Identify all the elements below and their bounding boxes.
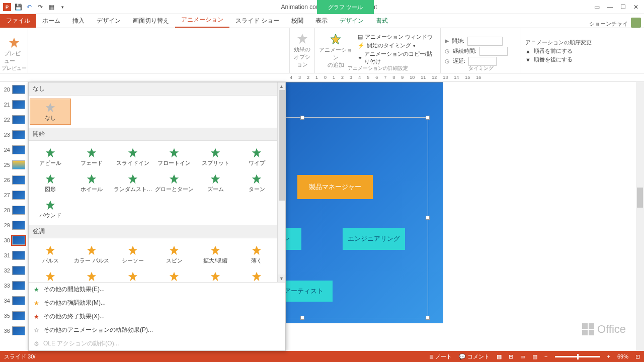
anim-emphasis-item[interactable]: 暗く [30,267,71,282]
slideshow-view-button[interactable]: ▤ [532,353,537,360]
tab-view[interactable]: 表示 [309,14,334,28]
qat-customize-icon[interactable]: ▾ [58,3,66,11]
reading-view-button[interactable]: ▭ [520,353,525,360]
anim-entrance-item[interactable]: バウンド [30,196,71,222]
zoom-out-button[interactable]: − [544,353,547,359]
anim-emphasis-item[interactable]: スピン [153,241,195,267]
effect-options-button[interactable]: 効果の オプション [290,28,315,73]
anim-entrance-item[interactable]: フロートイン [153,144,195,170]
ribbon-options-icon[interactable]: ▭ [593,3,601,11]
normal-view-button[interactable]: ▦ [497,353,502,360]
fit-to-window-button[interactable]: ⊡ [635,353,640,360]
close-button[interactable]: ✕ [632,3,640,11]
anim-entrance-item[interactable]: ズーム [195,170,236,196]
anim-emphasis-item[interactable]: カラー パルス [71,241,112,267]
undo-icon[interactable]: ↶ [25,3,33,11]
more-motion-paths[interactable]: ☆その他のアニメーションの軌跡効果(P)... [29,323,285,337]
ole-action-verbs: ⚙OLE アクションの動作(O)... [29,337,285,350]
animation-painter-button[interactable]: ✦アニメーションのコピー/貼り付け [358,50,436,65]
tab-chart-format[interactable]: 書式 [370,14,394,28]
thumbnail-slide-21[interactable]: 21 [0,97,28,112]
popup-scrollbar[interactable]: ▲ ▼ [277,82,285,282]
anim-emphasis-item[interactable]: シーソー [112,241,153,267]
thumbnail-slide-23[interactable]: 23 [0,127,28,142]
minimize-button[interactable]: — [606,3,614,11]
anim-emphasis-item[interactable]: 薄く [236,241,277,267]
sorter-view-button[interactable]: ⊞ [509,353,513,360]
tab-transition[interactable]: 画面切り替え [127,14,175,28]
thumbnail-slide-31[interactable]: 31 [0,248,28,263]
thumbnail-slide-36[interactable]: 36 [0,323,28,338]
zoom-level[interactable]: 69% [617,353,628,359]
tab-insert[interactable]: 挿入 [66,14,91,28]
anim-entrance-item[interactable]: ターン [236,170,277,196]
start-dropdown[interactable] [467,37,503,46]
anim-emphasis-item[interactable]: パルス [30,241,71,267]
anim-emphasis-item[interactable]: 透過性 [112,267,153,282]
more-exit-effects[interactable]: ★その他の終了効果(X)... [29,310,285,323]
thumbnail-slide-27[interactable]: 27 [0,188,28,203]
anim-emphasis-item[interactable]: 拡大/収縮 [195,241,236,267]
maximize-button[interactable]: ☐ [619,3,627,11]
thumbnail-slide-30[interactable]: 30 [0,233,28,248]
start-from-beginning-icon[interactable]: ▦ [47,3,55,11]
thumbnail-slide-34[interactable]: 34 [0,293,28,308]
thumbnail-slide-20[interactable]: 20 [0,82,28,97]
tab-chart-design[interactable]: デザイン [334,14,370,28]
anim-emphasis-item[interactable]: オブジェクト … [153,267,195,282]
star-icon [8,37,20,49]
thumbnail-slide-26[interactable]: 26 [0,172,28,188]
zoom-in-button[interactable]: + [607,353,610,359]
tab-design[interactable]: デザイン [91,14,127,28]
thumbnail-slide-25[interactable]: 25 [0,157,28,172]
add-animation-button[interactable]: アニメーション の追加 [319,33,353,69]
thumbnail-slide-33[interactable]: 33 [0,278,28,293]
anim-entrance-item[interactable]: スプリット [195,144,236,170]
thumbnail-slide-28[interactable]: 28 [0,203,28,218]
tab-home[interactable]: ホーム [36,14,66,28]
anim-none[interactable]: なし [30,99,71,125]
move-later-button[interactable]: ▼順番を後にする [525,56,592,63]
animation-pane-button[interactable]: ▤アニメーション ウィンドウ [358,33,436,41]
anim-entrance-item[interactable]: アピール [30,144,71,170]
anim-entrance-item[interactable]: 図形 [30,170,71,196]
thumbnail-slide-29[interactable]: 29 [0,218,28,233]
duration-spinner[interactable] [479,47,508,56]
user-avatar[interactable] [631,18,641,28]
scroll-up-icon[interactable]: ▲ [278,82,285,90]
redo-icon[interactable]: ↷ [36,3,44,11]
notes-button[interactable]: ≣ ノート [429,353,452,360]
slide-indicator[interactable]: スライド 30/ [4,353,35,360]
preview-button[interactable]: プレビュー [4,37,24,65]
thumbnail-slide-32[interactable]: 32 [0,263,28,278]
more-emphasis-effects[interactable]: ★その他の強調効果(M)... [29,296,285,310]
anim-emphasis-item[interactable]: 明るく [71,267,112,282]
delay-spinner[interactable] [468,57,497,66]
thumbnail-slide-24[interactable]: 24 [0,142,28,157]
anim-emphasis-item[interactable]: 線の色 [236,267,277,282]
tab-file[interactable]: ファイル [0,14,36,28]
zoom-slider[interactable] [555,356,600,357]
anim-entrance-item[interactable]: グローとターン [153,170,195,196]
trigger-button[interactable]: ⚡開始のタイミング▾ [358,42,436,49]
tab-review[interactable]: 校閲 [285,14,309,28]
animation-gallery-popup: なし なし 開始 アピールフェードスライドインフロートインスプリットワイプ図形ホ… [28,82,286,351]
tab-animation[interactable]: アニメーション [175,13,229,28]
anim-emphasis-item[interactable]: 補色 [195,267,236,282]
thumbnail-slide-22[interactable]: 22 [0,112,28,127]
signed-in-user[interactable]: ショーンチャイ [589,20,631,28]
scroll-down-icon[interactable]: ▼ [278,275,285,282]
thumbnail-slide-35[interactable]: 35 [0,308,28,323]
save-icon[interactable]: 💾 [14,3,22,11]
anim-entrance-item[interactable]: ランダムスト… [112,170,153,196]
anim-entrance-item[interactable]: ワイプ [236,144,277,170]
anim-entrance-item[interactable]: ホイール [71,170,112,196]
tab-slideshow[interactable]: スライド ショー [229,14,285,28]
anim-entrance-item[interactable]: フェード [71,144,112,170]
vertical-scrollbar[interactable] [636,82,644,351]
comments-button[interactable]: 💬 コメント [459,353,490,360]
anim-entrance-item[interactable]: スライドイン [112,144,153,170]
play-icon: ▶ [445,38,449,44]
more-entrance-effects[interactable]: ★その他の開始効果(E)... [29,283,285,296]
move-earlier-button[interactable]: ▲順番を前にする [525,47,592,55]
